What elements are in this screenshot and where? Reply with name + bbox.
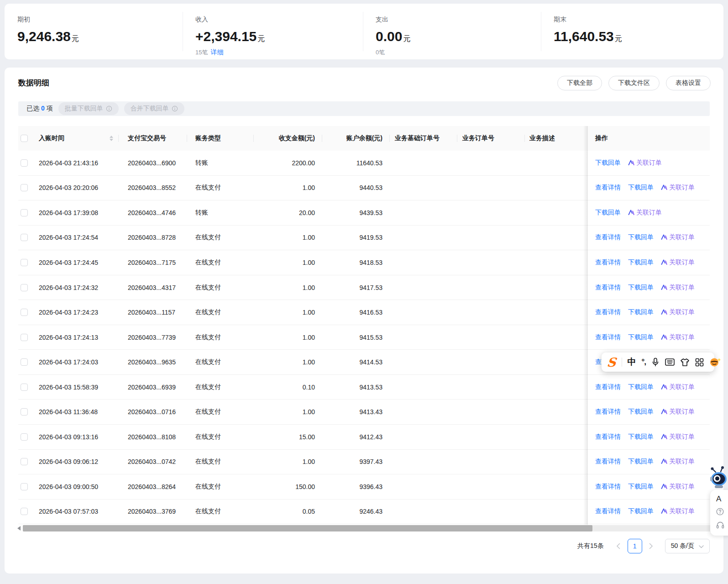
view-details-link[interactable]: 查看详情: [595, 383, 621, 391]
merge-download-chip[interactable]: 合并下载回单: [124, 102, 184, 115]
summary-sub: 0笔: [376, 48, 541, 57]
headset-icon[interactable]: [716, 521, 724, 531]
sort-icon[interactable]: [110, 136, 113, 141]
related-order-link[interactable]: 关联订单: [661, 507, 695, 516]
summary-value: 0.00元: [376, 29, 541, 44]
sogou-logo-icon[interactable]: S: [607, 356, 617, 368]
download-receipt-link[interactable]: 下载回单: [628, 308, 654, 316]
emoji-icon[interactable]: [709, 357, 721, 367]
scrollbar-thumb[interactable]: [23, 525, 592, 531]
ai-icon: [661, 384, 667, 391]
row-checkbox[interactable]: [21, 483, 28, 490]
related-order-link[interactable]: 关联订单: [661, 233, 695, 242]
table-row: 2026-04-03 09:00:50 20260403...8264 在线支付…: [18, 474, 710, 500]
row-checkbox[interactable]: [21, 309, 28, 316]
cell-type: 在线支付: [187, 375, 254, 400]
related-order-link[interactable]: 关联订单: [628, 159, 662, 167]
cell-order: [457, 425, 525, 449]
toolbox-icon[interactable]: [695, 358, 704, 367]
related-order-link[interactable]: 关联订单: [661, 458, 695, 466]
download-receipt-link[interactable]: 下载回单: [628, 408, 654, 416]
prev-page-button[interactable]: [613, 539, 624, 553]
view-details-link[interactable]: 查看详情: [595, 333, 621, 342]
row-checkbox[interactable]: [21, 209, 28, 216]
row-checkbox[interactable]: [21, 284, 28, 291]
download-receipt-link[interactable]: 下载回单: [628, 458, 654, 466]
related-order-link[interactable]: 关联订单: [661, 383, 695, 391]
related-order-link[interactable]: 关联订单: [661, 284, 695, 292]
page-number-button[interactable]: 1: [628, 539, 642, 553]
row-checkbox[interactable]: [21, 234, 28, 241]
table-settings-button[interactable]: 表格设置: [666, 76, 711, 90]
related-order-link[interactable]: 关联订单: [661, 408, 695, 416]
row-checkbox[interactable]: [21, 334, 28, 341]
cell-desc: [525, 226, 588, 250]
row-checkbox[interactable]: [21, 259, 28, 266]
view-details-link[interactable]: 查看详情: [595, 284, 621, 292]
download-receipt-link[interactable]: 下载回单: [628, 184, 654, 192]
skin-icon[interactable]: [680, 358, 690, 367]
download-receipt-link[interactable]: 下载回单: [628, 433, 654, 441]
view-details-link[interactable]: 查看详情: [595, 433, 621, 441]
view-details-link[interactable]: 查看详情: [595, 308, 621, 316]
chinese-mode-icon[interactable]: 中: [628, 356, 636, 368]
row-checkbox[interactable]: [21, 458, 28, 465]
download-receipt-link[interactable]: 下载回单: [628, 383, 654, 391]
assistant-label[interactable]: A: [716, 495, 721, 504]
summary-count: 15笔: [195, 49, 208, 56]
cell-time: 2026-04-03 17:39:08: [35, 200, 119, 225]
download-receipt-link[interactable]: 下载回单: [628, 507, 654, 516]
cell-time: 2026-04-03 17:24:13: [35, 325, 119, 350]
view-details-link[interactable]: 查看详情: [595, 184, 621, 192]
view-details-link[interactable]: 查看详情: [595, 507, 621, 516]
row-checkbox[interactable]: [21, 384, 28, 391]
download-receipt-link[interactable]: 下载回单: [628, 258, 654, 267]
download-receipt-link[interactable]: 下载回单: [628, 333, 654, 342]
cell-checkbox: [18, 425, 35, 449]
row-checkbox[interactable]: [21, 433, 28, 441]
select-all-checkbox[interactable]: [21, 135, 28, 142]
ai-icon: [661, 483, 667, 490]
row-checkbox[interactable]: [21, 508, 28, 515]
summary-unit: 元: [257, 35, 265, 42]
download-filezone-button[interactable]: 下载文件区: [608, 76, 660, 90]
download-receipt-link[interactable]: 下载回单: [595, 209, 621, 217]
view-details-link[interactable]: 查看详情: [595, 233, 621, 242]
microphone-icon[interactable]: [651, 358, 660, 367]
scroll-left-arrow-icon[interactable]: [17, 526, 21, 531]
view-details-link[interactable]: 查看详情: [595, 408, 621, 416]
help-icon[interactable]: [716, 508, 724, 517]
page-size-select[interactable]: 50 条/页: [665, 539, 710, 553]
view-details-link[interactable]: 查看详情: [595, 483, 621, 491]
related-order-link[interactable]: 关联订单: [661, 333, 695, 342]
scrollbar-track[interactable]: [23, 525, 716, 531]
view-details-link[interactable]: 查看详情: [595, 258, 621, 267]
related-order-link[interactable]: 关联订单: [628, 209, 662, 217]
download-all-button[interactable]: 下载全部: [557, 76, 602, 90]
view-details-link[interactable]: 查看详情: [595, 458, 621, 466]
punctuation-icon[interactable]: °,: [642, 358, 646, 367]
cell-txn-id: 20260403...7739: [119, 325, 187, 350]
cell-time: 2026-04-03 09:00:50: [35, 474, 119, 499]
cell-order: [457, 300, 525, 325]
related-order-link[interactable]: 关联订单: [661, 483, 695, 491]
header-cell-amount: 收支金额(元): [254, 126, 322, 151]
row-checkbox[interactable]: [21, 159, 28, 167]
row-checkbox[interactable]: [21, 184, 28, 191]
keyboard-icon[interactable]: [665, 358, 675, 366]
cell-time: 2026-04-03 07:57:03: [35, 500, 119, 524]
detail-link[interactable]: 详细: [210, 48, 223, 57]
assistant-robot-icon[interactable]: [705, 464, 728, 492]
row-checkbox[interactable]: [21, 358, 28, 366]
download-receipt-link[interactable]: 下载回单: [628, 233, 654, 242]
row-checkbox[interactable]: [21, 408, 28, 416]
related-order-link[interactable]: 关联订单: [661, 258, 695, 267]
download-receipt-link[interactable]: 下载回单: [595, 159, 621, 167]
related-order-link[interactable]: 关联订单: [661, 184, 695, 192]
related-order-link[interactable]: 关联订单: [661, 308, 695, 316]
next-page-button[interactable]: [646, 539, 657, 553]
download-receipt-link[interactable]: 下载回单: [628, 483, 654, 491]
related-order-link[interactable]: 关联订单: [661, 433, 695, 441]
batch-download-chip[interactable]: 批量下载回单: [58, 102, 119, 115]
download-receipt-link[interactable]: 下载回单: [628, 284, 654, 292]
